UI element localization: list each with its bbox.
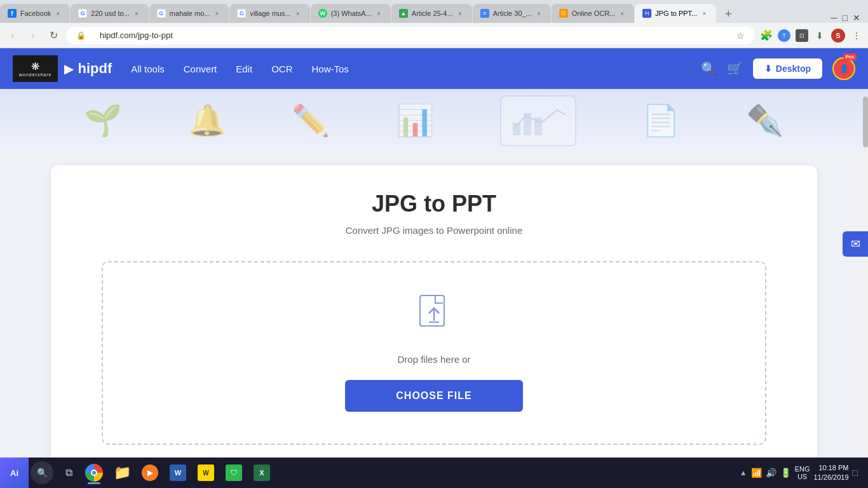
forward-button[interactable]: › xyxy=(25,28,41,43)
taskbar-excel[interactable]: X xyxy=(249,460,275,485)
tab-title-g3: village mus... xyxy=(250,10,290,17)
tab-close-g2[interactable]: × xyxy=(212,9,221,18)
drop-zone[interactable]: Drop files here or CHOOSE FILE xyxy=(102,261,766,445)
ws-taskbar-icon: W xyxy=(198,464,214,481)
tab-doc[interactable]: ≡ Article 30_... × xyxy=(473,4,551,23)
tab-whatsapp[interactable]: W (3) WhatsA... × xyxy=(311,4,391,23)
extensions-icon[interactable]: 🧩 xyxy=(760,29,773,42)
tab-title-hipdf: JPG to PPT... xyxy=(655,10,697,17)
back-button[interactable]: ‹ xyxy=(5,28,20,43)
tab-gdrive[interactable]: ▲ Article 25-4... × xyxy=(391,4,472,23)
cast-icon[interactable]: ⊡ xyxy=(796,29,808,42)
tab-close-gd[interactable]: × xyxy=(456,9,465,18)
nav-all-tools[interactable]: All tools xyxy=(131,64,165,74)
explorer-icon: 📁 xyxy=(114,464,131,481)
word-icon: W xyxy=(170,464,186,481)
tab-bar: f Facebook × G 220 usd to... × G mahale … xyxy=(0,0,868,23)
avatar-img: 👤 xyxy=(839,64,849,73)
search-icon[interactable]: 🔍 xyxy=(701,61,717,76)
scrollbar-track[interactable] xyxy=(863,97,868,458)
doc-favicon: ≡ xyxy=(480,9,489,18)
new-tab-button[interactable]: + xyxy=(719,5,737,23)
taskbar-chrome[interactable] xyxy=(81,460,107,485)
url-input[interactable] xyxy=(90,27,734,44)
nav-edit[interactable]: Edit xyxy=(236,64,252,74)
tab-g2[interactable]: G mahale mo... × xyxy=(149,4,229,23)
tab-close-doc[interactable]: × xyxy=(534,9,543,18)
bg-chart-box xyxy=(500,95,576,146)
webpage: ❋ wondershare ▶ hipdf All tools Convert … xyxy=(0,48,868,458)
reload-button[interactable]: ↻ xyxy=(46,28,61,43)
minimize-button[interactable]: ─ xyxy=(831,13,837,23)
ocr-favicon: O xyxy=(559,9,568,18)
nav-links: All tools Convert Edit OCR How-Tos xyxy=(131,64,701,74)
main-content: JPG to PPT Convert JPG images to Powerpo… xyxy=(51,165,817,458)
lock-icon: 🔒 xyxy=(76,31,86,40)
page-subtitle: Convert JPG images to Powerpoint online xyxy=(64,225,804,236)
tab-g3[interactable]: G village mus... × xyxy=(229,4,309,23)
tab-close-g3[interactable]: × xyxy=(294,9,302,18)
pro-badge: Pro xyxy=(843,53,857,60)
scrollbar-thumb[interactable] xyxy=(863,97,868,147)
desktop-button[interactable]: ⬇ Desktop xyxy=(753,58,822,79)
taskbar: 🔍 ⧉ 📁 ▶ W W xyxy=(0,458,868,488)
translate-icon[interactable]: T xyxy=(778,29,790,42)
wondershare-logo-area: ❋ wondershare ▶ hipdf xyxy=(13,55,112,82)
taskbar-security[interactable]: 🛡 xyxy=(221,460,247,485)
tab-close-hipdf[interactable]: × xyxy=(700,9,709,18)
tab-close-g1[interactable]: × xyxy=(132,9,141,18)
ai-assistant-button[interactable]: Ai xyxy=(0,458,29,488)
tab-ocr[interactable]: O Online OCR... × xyxy=(552,4,634,23)
bg-pencils-icon: ✏️ xyxy=(292,103,330,139)
taskbar-vlc[interactable]: ▶ xyxy=(137,460,163,485)
tab-g1[interactable]: G 220 usd to... × xyxy=(71,4,149,23)
tab-title-doc: Article 30_... xyxy=(493,10,532,17)
task-view-button[interactable]: ⧉ xyxy=(56,460,81,485)
cart-icon[interactable]: 🛒 xyxy=(727,61,743,76)
wondershare-logo: ❋ wondershare xyxy=(13,55,58,82)
address-input-wrapper[interactable]: 🔒 ☆ xyxy=(66,27,755,44)
taskbar-wondershare[interactable]: W xyxy=(193,460,219,485)
hipdf-logo[interactable]: ▶ hipdf xyxy=(64,60,112,77)
star-icon[interactable]: ☆ xyxy=(736,30,745,41)
tab-close-wa[interactable]: × xyxy=(374,9,383,18)
menu-icon[interactable]: ⋮ xyxy=(850,29,863,42)
email-widget[interactable]: ✉ xyxy=(843,231,868,257)
tray-volume-icon[interactable]: 🔊 xyxy=(766,468,776,478)
tab-close-ocr[interactable]: × xyxy=(618,9,627,18)
task-view-icon: ⧉ xyxy=(65,467,72,478)
bg-feather-icon: ✒️ xyxy=(746,103,784,139)
nav-how-tos[interactable]: How-Tos xyxy=(312,64,349,74)
wa-favicon: W xyxy=(318,9,327,18)
taskbar-search-button[interactable]: 🔍 xyxy=(31,461,53,484)
chart-svg xyxy=(510,104,567,139)
ws-logo-icon: ❋ xyxy=(31,60,39,72)
avatar[interactable]: 👤 Pro xyxy=(832,57,855,80)
address-bar: ‹ › ↻ 🔒 ☆ 🧩 T ⊡ ⬇ S ⋮ xyxy=(0,23,868,48)
tab-facebook[interactable]: f Facebook × xyxy=(0,4,70,23)
nav-actions: 🔍 🛒 ⬇ Desktop 👤 Pro xyxy=(701,57,855,80)
tray-network-icon[interactable]: 📶 xyxy=(751,468,762,478)
close-button[interactable]: ✕ xyxy=(853,13,860,23)
taskbar-explorer[interactable]: 📁 xyxy=(109,460,135,485)
choose-file-button[interactable]: CHOOSE FILE xyxy=(345,380,522,412)
tab-hipdf[interactable]: H JPG to PPT... × xyxy=(635,4,716,23)
tab-title-wa: (3) WhatsA... xyxy=(331,10,372,17)
profile-icon[interactable]: S xyxy=(831,29,845,43)
g3-favicon: G xyxy=(237,9,246,18)
download-icon[interactable]: ⬇ xyxy=(813,29,826,42)
tray-date: 11/26/2019 xyxy=(813,473,848,482)
tray-clock[interactable]: 10:18 PM 11/26/2019 xyxy=(813,463,848,483)
bg-plant-icon: 🌱 xyxy=(84,103,122,139)
bg-doc-icon: 📄 xyxy=(642,103,680,139)
maximize-button[interactable]: □ xyxy=(843,13,848,23)
tray-up-arrow[interactable]: ▲ xyxy=(740,468,747,477)
taskbar-tray: ▲ 📶 🔊 🔋 ENG US 10:18 PM 11/26/2019 □ xyxy=(740,463,863,483)
tray-battery-icon[interactable]: 🔋 xyxy=(780,468,791,478)
nav-ocr[interactable]: OCR xyxy=(271,64,292,74)
security-icon: 🛡 xyxy=(226,464,242,481)
nav-convert[interactable]: Convert xyxy=(184,64,217,74)
taskbar-word[interactable]: W xyxy=(165,460,191,485)
tray-notification-icon[interactable]: □ xyxy=(853,468,858,478)
tab-close-facebook[interactable]: × xyxy=(53,9,62,18)
